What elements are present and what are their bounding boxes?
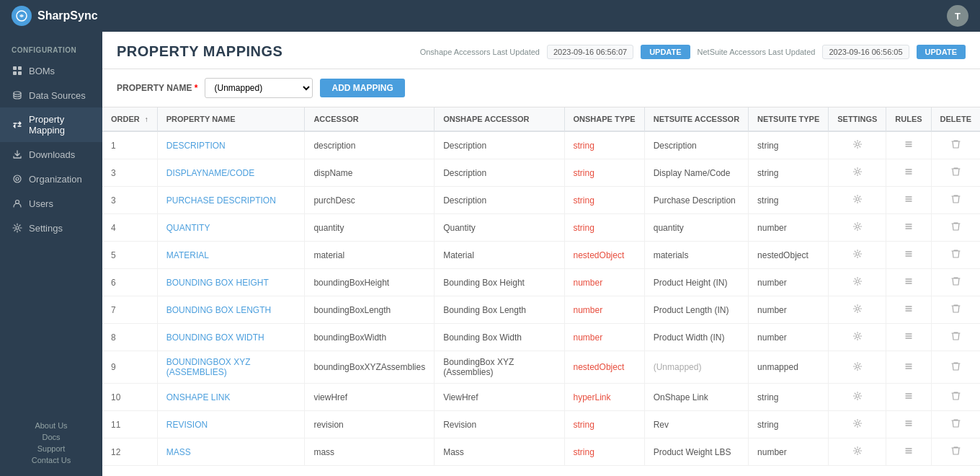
delete-button[interactable] xyxy=(948,360,963,375)
cell-onshape-accessor: Bounding Box Height xyxy=(435,269,564,296)
rules-list-button[interactable] xyxy=(901,302,917,317)
settings-gear-button[interactable] xyxy=(850,389,865,405)
rules-list-button[interactable] xyxy=(901,417,917,432)
table-row: 3 PURCHASE DESCRIPTION purchDesc Descrip… xyxy=(102,187,980,214)
rules-list-button[interactable] xyxy=(901,330,917,345)
rules-list-button[interactable] xyxy=(901,275,917,290)
onshape-update-button[interactable]: UPDATE xyxy=(641,45,690,59)
netsuite-update-button[interactable]: UPDATE xyxy=(917,45,966,59)
settings-gear-button[interactable] xyxy=(850,417,865,432)
col-order[interactable]: ORDER ↑ xyxy=(102,107,157,131)
cell-onshape-type: string xyxy=(564,438,644,466)
cell-delete xyxy=(931,269,980,296)
settings-gear-button[interactable] xyxy=(850,220,865,235)
netsuite-timestamp: 2023-09-16 06:56:05 xyxy=(822,45,909,59)
col-delete: DELETE xyxy=(931,107,980,131)
sidebar-item-settings[interactable]: Settings xyxy=(0,216,102,240)
sidebar-item-property-mapping[interactable]: Property Mapping xyxy=(0,107,102,142)
add-mapping-button[interactable]: ADD MAPPING xyxy=(320,79,404,97)
docs-link[interactable]: Docs xyxy=(42,433,60,441)
rules-list-button[interactable] xyxy=(901,247,917,263)
cell-settings xyxy=(829,438,886,466)
sidebar-item-organization[interactable]: Organization xyxy=(0,167,102,191)
user-avatar[interactable]: T xyxy=(947,5,968,27)
svg-point-14 xyxy=(856,170,859,173)
svg-point-6 xyxy=(14,175,21,182)
boms-label: BOMs xyxy=(29,66,55,76)
delete-button[interactable] xyxy=(948,220,963,235)
delete-button[interactable] xyxy=(948,247,963,263)
cell-netsuite-type: string xyxy=(749,159,829,187)
cell-accessor: dispName xyxy=(305,159,435,187)
sidebar-item-users[interactable]: Users xyxy=(0,191,102,216)
cell-rules xyxy=(886,214,931,242)
cell-settings xyxy=(829,187,886,214)
rules-list-button[interactable] xyxy=(901,165,917,180)
cell-order: 1 xyxy=(102,131,157,159)
settings-gear-button[interactable] xyxy=(850,330,865,345)
delete-button[interactable] xyxy=(948,165,963,180)
settings-label: Settings xyxy=(29,223,63,234)
rules-list-button[interactable] xyxy=(901,193,917,208)
cell-netsuite-type: number xyxy=(749,269,829,296)
rules-list-button[interactable] xyxy=(901,220,917,235)
delete-button[interactable] xyxy=(948,417,963,432)
rules-list-button[interactable] xyxy=(901,444,917,459)
cell-netsuite-accessor: Product Width (IN) xyxy=(644,324,748,351)
rules-list-button[interactable] xyxy=(901,389,917,405)
cell-accessor: boundingBoxLength xyxy=(305,296,435,324)
property-mappings-table: ORDER ↑ PROPERTY NAME ACCESSOR ONSHAPE A… xyxy=(102,107,980,466)
cell-netsuite-accessor: Purchase Description xyxy=(644,187,748,214)
cell-property-name: PURCHASE DESCRIPTION xyxy=(157,187,305,214)
data-sources-icon xyxy=(12,89,23,101)
settings-gear-button[interactable] xyxy=(850,444,865,459)
organization-label: Organization xyxy=(29,174,82,185)
about-us-link[interactable]: About Us xyxy=(35,421,67,430)
cell-rules xyxy=(886,411,931,438)
settings-gear-button[interactable] xyxy=(850,275,865,290)
page-title: PROPERTY MAPPINGS xyxy=(117,43,282,60)
sidebar-item-boms[interactable]: BOMs xyxy=(0,58,102,83)
cell-accessor: boundingBoxWidth xyxy=(305,324,435,351)
cell-settings xyxy=(829,411,886,438)
cell-rules xyxy=(886,384,931,411)
cell-delete xyxy=(931,187,980,214)
delete-button[interactable] xyxy=(948,444,963,459)
page-header: PROPERTY MAPPINGS Onshape Accessors Last… xyxy=(102,32,980,69)
cell-settings xyxy=(829,159,886,187)
settings-gear-button[interactable] xyxy=(850,302,865,317)
rules-list-button[interactable] xyxy=(901,138,917,153)
col-property-name: PROPERTY NAME xyxy=(157,107,305,131)
cell-onshape-type: number xyxy=(564,269,644,296)
cell-settings xyxy=(829,324,886,351)
cell-rules xyxy=(886,187,931,214)
settings-gear-button[interactable] xyxy=(850,247,865,263)
cell-rules xyxy=(886,324,931,351)
cell-accessor: boundingBoxHeight xyxy=(305,269,435,296)
netsuite-last-updated-label: NetSuite Accessors Last Updated xyxy=(698,48,816,56)
settings-gear-button[interactable] xyxy=(850,165,865,180)
settings-gear-button[interactable] xyxy=(850,360,865,375)
settings-gear-button[interactable] xyxy=(850,193,865,208)
settings-gear-button[interactable] xyxy=(850,138,865,153)
cell-delete xyxy=(931,324,980,351)
delete-button[interactable] xyxy=(948,302,963,317)
cell-order: 6 xyxy=(102,269,157,296)
sidebar-item-data-sources[interactable]: Data Sources xyxy=(0,83,102,107)
cell-property-name: BOUNDINGBOX XYZ (ASSEMBLIES) xyxy=(157,351,305,384)
logo-area: SharpSync xyxy=(12,6,98,26)
delete-button[interactable] xyxy=(948,193,963,208)
property-name-select[interactable]: (Unmapped) xyxy=(205,78,313,98)
delete-button[interactable] xyxy=(948,275,963,290)
col-settings: SETTINGS xyxy=(829,107,886,131)
support-link[interactable]: Support xyxy=(37,444,66,453)
delete-button[interactable] xyxy=(948,138,963,153)
contact-us-link[interactable]: Contact Us xyxy=(32,456,71,464)
delete-button[interactable] xyxy=(948,389,963,405)
col-netsuite-type: NETSUITE TYPE xyxy=(749,107,829,131)
delete-button[interactable] xyxy=(948,330,963,345)
cell-rules xyxy=(886,351,931,384)
rules-list-button[interactable] xyxy=(901,360,917,375)
sidebar-item-downloads[interactable]: Downloads xyxy=(0,142,102,167)
cell-property-name: BOUNDING BOX HEIGHT xyxy=(157,269,305,296)
